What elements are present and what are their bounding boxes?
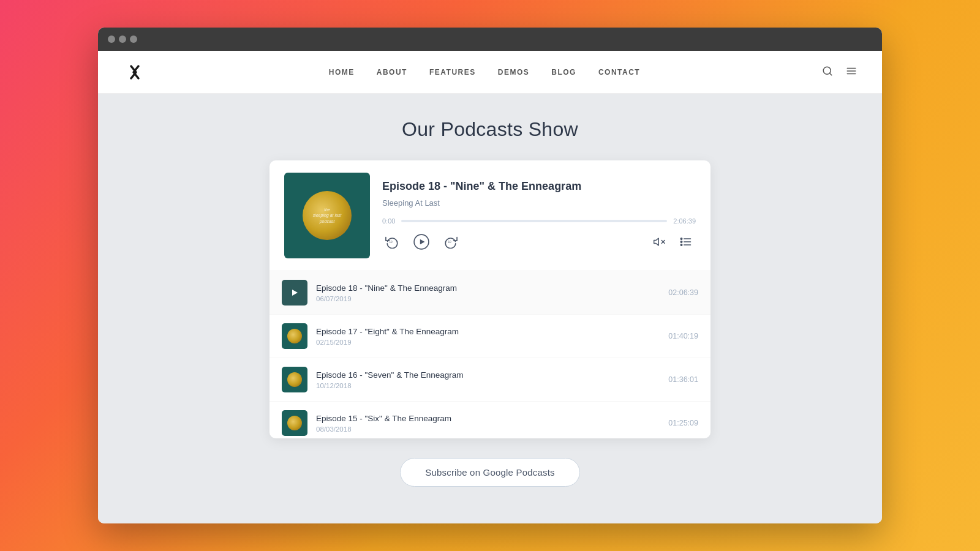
svg-marker-18 bbox=[292, 290, 298, 296]
episode-duration: 02:06:39 bbox=[668, 288, 698, 297]
svg-marker-9 bbox=[654, 238, 659, 246]
rewind-button[interactable]: 10 bbox=[382, 232, 402, 252]
episode-item[interactable]: Episode 17 - "Eight" & The Enneagram 02/… bbox=[270, 315, 710, 358]
episode-date: 02/15/2019 bbox=[316, 339, 660, 346]
episode-item[interactable]: Episode 16 - "Seven" & The Enneagram 10/… bbox=[270, 358, 710, 402]
episode-item[interactable]: Episode 18 - "Nine" & The Enneagram 06/0… bbox=[270, 271, 710, 315]
podcast-card: thesleeping at lastpodcast Episode 18 - … bbox=[270, 160, 710, 438]
mute-button[interactable] bbox=[649, 232, 669, 252]
album-art: thesleeping at lastpodcast bbox=[284, 173, 370, 258]
episode-title: Episode 16 - "Seven" & The Enneagram bbox=[316, 370, 660, 381]
browser-chrome bbox=[98, 28, 882, 51]
episode-list[interactable]: Episode 18 - "Nine" & The Enneagram 06/0… bbox=[270, 271, 710, 438]
browser-dot-maximize[interactable] bbox=[130, 36, 137, 43]
time-current: 0:00 bbox=[382, 217, 395, 225]
play-button[interactable] bbox=[412, 232, 431, 252]
search-icon[interactable] bbox=[822, 66, 833, 79]
site-logo[interactable] bbox=[123, 60, 147, 84]
playlist-button[interactable] bbox=[676, 232, 696, 252]
browser-dots bbox=[108, 36, 137, 43]
episode-thumb-disc bbox=[287, 329, 302, 343]
svg-point-16 bbox=[680, 241, 682, 243]
nav-blog[interactable]: BLOG bbox=[551, 68, 576, 77]
episode-title: Episode 17 - "Eight" & The Enneagram bbox=[316, 326, 660, 337]
episode-duration: 01:25:09 bbox=[668, 419, 698, 427]
progress-bar[interactable] bbox=[401, 220, 667, 222]
page-title: Our Podcasts Show bbox=[402, 118, 578, 141]
ctrl-right bbox=[649, 232, 696, 252]
episode-info: Episode 17 - "Eight" & The Enneagram 02/… bbox=[316, 326, 660, 346]
site-header: HOME ABOUT FEATURES DEMOS BLOG CONTACT bbox=[98, 51, 882, 94]
nav-about[interactable]: ABOUT bbox=[377, 68, 407, 77]
nav-features[interactable]: FEATURES bbox=[429, 68, 476, 77]
album-art-text: thesleeping at lastpodcast bbox=[313, 207, 342, 223]
episode-title: Episode 15 - "Six" & The Enneagram bbox=[316, 413, 660, 424]
forward-button[interactable]: 10 bbox=[441, 232, 461, 252]
episode-duration: 01:36:01 bbox=[668, 375, 698, 384]
browser-dot-close[interactable] bbox=[108, 36, 115, 43]
nav-home[interactable]: HOME bbox=[329, 68, 355, 77]
svg-point-15 bbox=[680, 238, 682, 240]
episode-info: Episode 15 - "Six" & The Enneagram 08/03… bbox=[316, 413, 660, 433]
episode-thumbnail bbox=[282, 323, 307, 349]
episode-thumbnail bbox=[282, 367, 307, 392]
current-episode-author: Sleeping At Last bbox=[382, 198, 696, 208]
svg-line-1 bbox=[829, 73, 831, 75]
main-content: Our Podcasts Show thesleeping at lastpod… bbox=[98, 94, 882, 523]
nav-demos[interactable]: DEMOS bbox=[498, 68, 530, 77]
episode-date: 06/07/2019 bbox=[316, 295, 660, 302]
episode-info: Episode 18 - "Nine" & The Enneagram 06/0… bbox=[316, 283, 660, 302]
svg-marker-7 bbox=[420, 239, 425, 245]
episode-item[interactable]: Episode 15 - "Six" & The Enneagram 08/03… bbox=[270, 402, 710, 438]
episode-thumbnail bbox=[282, 410, 307, 436]
menu-icon[interactable] bbox=[845, 66, 858, 79]
svg-text:10: 10 bbox=[389, 241, 393, 244]
browser-dot-minimize[interactable] bbox=[119, 36, 126, 43]
subscribe-section: Subscribe on Google Podcasts bbox=[400, 458, 580, 487]
progress-bar-container: 0:00 2:06:39 bbox=[382, 217, 696, 225]
episode-info: Episode 16 - "Seven" & The Enneagram 10/… bbox=[316, 370, 660, 389]
episode-thumb-disc bbox=[287, 372, 302, 387]
current-episode-title: Episode 18 - "Nine" & The Enneagram bbox=[382, 179, 696, 193]
main-nav: HOME ABOUT FEATURES DEMOS BLOG CONTACT bbox=[147, 68, 822, 77]
nav-actions bbox=[822, 66, 858, 79]
subscribe-google-podcasts-button[interactable]: Subscribe on Google Podcasts bbox=[400, 458, 580, 487]
episode-thumb-disc bbox=[287, 416, 302, 430]
episode-duration: 01:40:19 bbox=[668, 332, 698, 340]
player-controls: Episode 18 - "Nine" & The Enneagram Slee… bbox=[382, 179, 696, 252]
browser-window: HOME ABOUT FEATURES DEMOS BLOG CONTACT bbox=[98, 28, 882, 523]
control-buttons: 10 bbox=[382, 232, 696, 252]
time-total: 2:06:39 bbox=[673, 217, 696, 225]
episode-date: 08/03/2018 bbox=[316, 425, 660, 433]
svg-text:10: 10 bbox=[448, 241, 451, 244]
album-art-disc: thesleeping at lastpodcast bbox=[303, 191, 352, 240]
player-section: thesleeping at lastpodcast Episode 18 - … bbox=[270, 160, 710, 271]
episode-title: Episode 18 - "Nine" & The Enneagram bbox=[316, 283, 660, 294]
browser-content: HOME ABOUT FEATURES DEMOS BLOG CONTACT bbox=[98, 51, 882, 523]
svg-point-17 bbox=[680, 244, 682, 246]
nav-contact[interactable]: CONTACT bbox=[598, 68, 640, 77]
episode-date: 10/12/2018 bbox=[316, 382, 660, 389]
episode-thumbnail bbox=[282, 280, 307, 305]
